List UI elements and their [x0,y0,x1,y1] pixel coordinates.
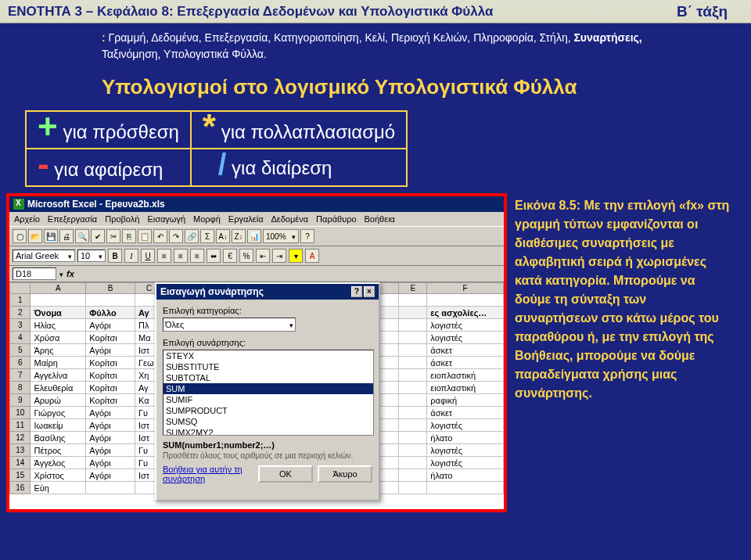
cell[interactable]: άσκετ [427,357,504,369]
spell-icon[interactable]: ✔ [91,229,105,243]
fill-color-icon[interactable]: ▾ [289,249,303,263]
cell[interactable] [399,469,427,482]
cell[interactable] [399,444,427,457]
cell[interactable]: Αγόρι [86,432,135,444]
cell[interactable]: Αγόρι [86,457,135,469]
cell[interactable] [399,332,427,344]
cell[interactable]: Κορίτσι [86,382,135,394]
cell[interactable]: Αρυρώ [31,394,86,407]
cell[interactable] [399,432,427,444]
list-item[interactable]: SUBTOTAL [163,372,373,383]
cell[interactable]: Πέτρος [31,444,86,457]
row-header[interactable]: 1 [10,294,31,307]
cell[interactable] [399,482,427,494]
row-header[interactable]: 11 [10,419,31,432]
cell[interactable]: Αγόρι [86,407,135,419]
cell[interactable]: Ελευθερία [31,382,86,394]
cell[interactable]: ήλατο [427,432,504,444]
row-header[interactable]: 2 [10,307,31,319]
col-B[interactable]: B [86,283,135,294]
menu-file[interactable]: Αρχείο [14,214,40,224]
list-item[interactable]: SUMX2MY2 [163,427,373,436]
row-header[interactable]: 12 [10,432,31,444]
menu-edit[interactable]: Επεξεργασία [48,214,97,224]
row-header[interactable]: 16 [10,482,31,494]
align-left-icon[interactable]: ≡ [157,249,171,263]
cell[interactable]: άσκετ [427,344,504,357]
row-header[interactable]: 10 [10,407,31,419]
sum-icon[interactable]: Σ [200,229,214,243]
cell[interactable] [399,369,427,382]
menu-data[interactable]: Δεδομένα [271,214,309,224]
cell[interactable]: ειοπλαστική [427,382,504,394]
cell[interactable]: λογιστές [427,319,504,332]
print-icon[interactable]: 🖨 [59,229,74,243]
cell[interactable]: Αγόρι [86,444,135,457]
preview-icon[interactable]: 🔍 [75,229,89,243]
sort-asc-icon[interactable]: A↓ [216,229,230,243]
font-name-combo[interactable]: Arial Greek [13,249,75,262]
cell[interactable]: λογιστές [427,419,504,432]
cell[interactable] [399,344,427,357]
cell[interactable]: Αγόρι [86,344,135,357]
cell[interactable]: ήλατο [427,469,504,482]
dialog-help-link[interactable]: Βοήθεια για αυτήν τη συνάρτηση [163,465,258,483]
cell[interactable]: Κορίτσι [86,394,135,407]
cancel-button[interactable]: Άκυρο [318,465,372,483]
align-center-icon[interactable]: ≡ [174,249,188,263]
cell[interactable] [399,294,427,307]
open-icon[interactable]: 📂 [28,229,42,243]
underline-button[interactable]: U [141,249,155,263]
cell[interactable]: Ηλίας [31,319,86,332]
list-item[interactable]: STEYX [163,350,373,361]
cell[interactable]: άσκετ [427,407,504,419]
cell[interactable]: Αγγελίνα [31,369,86,382]
menu-help[interactable]: Βοήθεια [365,214,395,224]
cell[interactable]: Κορίτσι [86,332,135,344]
cell[interactable]: Αγόρι [86,419,135,432]
undo-icon[interactable]: ↶ [153,229,167,243]
menu-view[interactable]: Προβολή [105,214,139,224]
list-item[interactable]: SUM [163,383,373,394]
cell[interactable]: Χρύσα [31,332,86,344]
cell[interactable] [399,319,427,332]
row-header[interactable]: 6 [10,357,31,369]
cell[interactable]: ες ασχολίες… [427,307,504,319]
font-size-combo[interactable]: 10 [77,249,106,262]
cell[interactable]: Αγόρι [86,319,135,332]
cell[interactable]: ραφική [427,394,504,407]
cell[interactable]: λογιστές [427,332,504,344]
cell[interactable]: Φύλλο [86,307,135,319]
cell[interactable] [399,457,427,469]
row-header[interactable]: 15 [10,469,31,482]
menu-format[interactable]: Μορφή [193,214,221,224]
row-header[interactable]: 9 [10,394,31,407]
row-header[interactable]: 8 [10,382,31,394]
col-E[interactable]: E [399,283,427,294]
row-header[interactable]: 3 [10,319,31,332]
cell[interactable] [427,482,504,494]
help-icon[interactable]: ? [300,229,314,243]
cell[interactable] [399,419,427,432]
paste-icon[interactable]: 📋 [138,229,152,243]
list-item[interactable]: SUMIF [163,394,373,405]
italic-button[interactable]: I [124,249,138,263]
copy-icon[interactable]: ⎘ [122,229,136,243]
indent-dec-icon[interactable]: ⇤ [256,249,270,263]
corner-cell[interactable] [10,283,31,294]
cell[interactable]: Κορίτσι [86,357,135,369]
cell[interactable]: Αγόρι [86,469,135,482]
cell[interactable] [31,294,86,307]
cell[interactable]: Μαίρη [31,357,86,369]
row-header[interactable]: 7 [10,369,31,382]
cell[interactable] [86,482,135,494]
cell[interactable]: Χρίστος [31,469,86,482]
cell[interactable]: Βασίλης [31,432,86,444]
row-header[interactable]: 14 [10,457,31,469]
cell[interactable]: Ιωακείμ [31,419,86,432]
cell[interactable] [399,394,427,407]
name-box[interactable]: D18 [13,267,56,280]
save-icon[interactable]: 💾 [44,229,58,243]
list-item[interactable]: SUMSQ [163,416,373,427]
cell[interactable]: Γιώργος [31,407,86,419]
